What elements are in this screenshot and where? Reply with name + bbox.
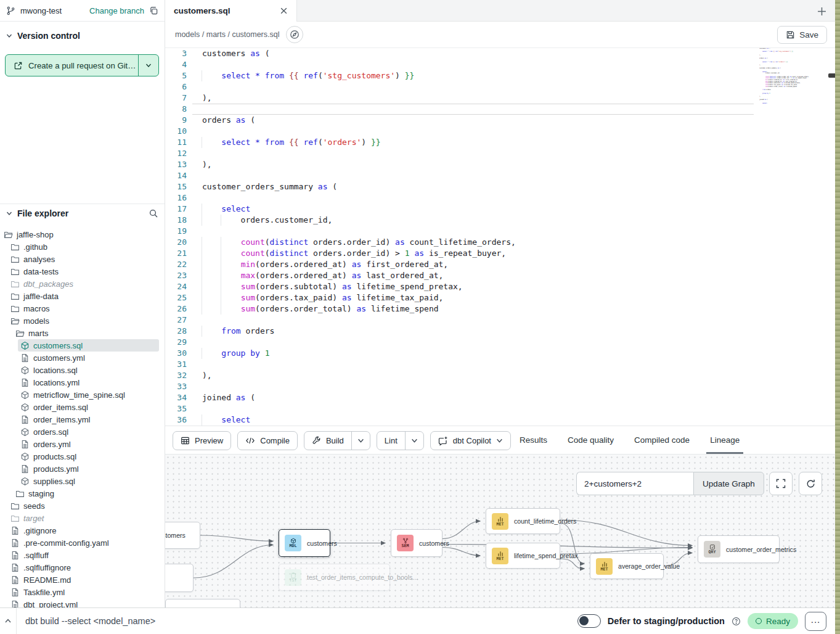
- code-line-14[interactable]: 14: [165, 170, 840, 181]
- tree-item--sqlfluff[interactable]: .sqlfluff: [0, 549, 165, 561]
- code-line-11[interactable]: 11 select * from {{ ref('orders') }}: [165, 137, 840, 148]
- code-line-7[interactable]: 7),: [165, 93, 840, 104]
- code-line-28[interactable]: 28 from orders: [165, 326, 840, 337]
- tree-item-customers-sql[interactable]: customers.sql: [0, 339, 165, 352]
- tree-item-marts[interactable]: marts: [0, 327, 165, 339]
- dbt-copilot-button[interactable]: dbt Copilot: [430, 431, 511, 450]
- copy-icon[interactable]: [149, 6, 158, 15]
- create-pr-button[interactable]: Create a pull request on Git…: [5, 54, 159, 76]
- code-line-13[interactable]: 13),: [165, 159, 840, 170]
- search-icon[interactable]: [149, 208, 158, 218]
- code-line-25[interactable]: 25 sum(orders.tax_paid) as lifetime_tax_…: [165, 292, 840, 303]
- tree-item-seeds[interactable]: seeds: [0, 500, 165, 512]
- compile-button[interactable]: Compile: [237, 431, 298, 450]
- lineage-node-stg_customers[interactable]: stg_customers: [165, 522, 200, 549]
- build-button[interactable]: Build: [304, 431, 370, 450]
- code-line-36[interactable]: 36 select: [165, 414, 840, 426]
- tree-item-orders-yml[interactable]: orders.yml: [0, 438, 165, 450]
- code-line-16[interactable]: 16: [165, 192, 840, 204]
- lineage-node-customers_sem[interactable]: SEMcustomers: [391, 529, 442, 557]
- code-line-12[interactable]: 12: [165, 148, 840, 159]
- version-control-header[interactable]: Version control: [0, 28, 165, 43]
- lineage-node-partial_node[interactable]: [165, 599, 240, 607]
- help-icon[interactable]: [732, 617, 741, 626]
- lineage-selector-input[interactable]: [576, 472, 693, 495]
- code-line-15[interactable]: 15customer_orders_summary as (: [165, 181, 840, 192]
- code-line-31[interactable]: 31: [165, 359, 840, 370]
- minimap[interactable]: customers as ( select * from {{ ref('stg…: [759, 48, 817, 122]
- code-line-9[interactable]: 9orders as (: [165, 115, 840, 126]
- tab-compiled-code[interactable]: Compiled code: [634, 426, 690, 454]
- lineage-node-test_node[interactable]: TSTtest_order_items_compute_to_bools...: [279, 564, 390, 591]
- code-line-21[interactable]: 21 count(distinct orders.order_id) > 1 a…: [165, 248, 840, 259]
- tree-item--github[interactable]: .github: [0, 241, 165, 253]
- refresh-button[interactable]: [799, 472, 822, 495]
- tree-item-models[interactable]: models: [0, 315, 165, 327]
- tree-item-data-tests[interactable]: data-tests: [0, 265, 165, 278]
- dropdown-toggle[interactable]: [405, 432, 423, 450]
- code-line-8[interactable]: 8: [165, 104, 840, 115]
- lineage-node-average_order_value[interactable]: METaverage_order_value: [590, 553, 664, 579]
- file-explorer-header[interactable]: File explorer: [0, 204, 165, 222]
- code-line-33[interactable]: 33: [165, 381, 840, 392]
- defer-toggle[interactable]: [577, 614, 601, 628]
- code-line-5[interactable]: 5 select * from {{ ref('stg_customers') …: [165, 70, 840, 81]
- tree-item-products-yml[interactable]: products.yml: [0, 463, 165, 475]
- lineage-node-count_lifetime_orders[interactable]: METcount_lifetime_orders: [486, 508, 560, 534]
- tree-item-target[interactable]: target: [0, 512, 165, 524]
- fullscreen-button[interactable]: [769, 472, 793, 495]
- command-input[interactable]: dbt build --select <model_name>: [25, 616, 155, 626]
- tree-item-locations-yml[interactable]: locations.yml: [0, 376, 165, 389]
- pr-button-dropdown[interactable]: [138, 55, 158, 76]
- code-line-34[interactable]: 34joined as (: [165, 392, 840, 403]
- tree-item-products-sql[interactable]: products.sql: [0, 450, 165, 463]
- dropdown-toggle[interactable]: [351, 432, 370, 450]
- more-options-button[interactable]: ...: [805, 612, 826, 631]
- code-line-30[interactable]: 30 group by 1: [165, 348, 840, 359]
- update-graph-button[interactable]: Update Graph: [693, 472, 764, 495]
- collapse-panel-button[interactable]: [0, 608, 17, 634]
- code-line-29[interactable]: 29: [165, 337, 840, 348]
- code-line-20[interactable]: 20 count(distinct orders.order_id) as co…: [165, 237, 840, 248]
- tree-item-jaffle-shop[interactable]: jaffle-shop: [0, 228, 165, 241]
- lineage-node-customers_mdl[interactable]: MDLcustomers: [279, 529, 330, 557]
- tree-item-supplies-sql[interactable]: supplies.sql: [0, 475, 165, 487]
- tree-item-dbt-project-yml[interactable]: dbt_project.yml: [0, 598, 165, 607]
- code-line-19[interactable]: 19: [165, 226, 840, 237]
- tab-results[interactable]: Results: [520, 426, 547, 454]
- preview-button[interactable]: Preview: [173, 431, 231, 450]
- code-line-35[interactable]: 35: [165, 403, 840, 414]
- tree-item-analyses[interactable]: analyses: [0, 253, 165, 265]
- tree-item-jaffle-data[interactable]: jaffle-data: [0, 290, 165, 302]
- lineage-node-customer_order_metrics[interactable]: QRYcustomer_order_metrics: [698, 535, 780, 563]
- tree-item--pre-commit-config-yaml[interactable]: .pre-commit-config.yaml: [0, 537, 165, 549]
- code-line-23[interactable]: 23 max(orders.ordered_at) as last_ordere…: [165, 270, 840, 281]
- code-line-24[interactable]: 24 sum(orders.subtotal) as lifetime_spen…: [165, 281, 840, 292]
- code-line-3[interactable]: 3customers as (: [165, 48, 840, 59]
- tree-item-order-items-sql[interactable]: order_items.sql: [0, 401, 165, 413]
- tree-item-metricflow-time-spine-sql[interactable]: metricflow_time_spine.sql: [0, 389, 165, 401]
- change-branch-link[interactable]: Change branch: [89, 6, 144, 15]
- tab-code-quality[interactable]: Code quality: [568, 426, 614, 454]
- compass-icon[interactable]: [286, 26, 303, 43]
- code-editor[interactable]: 3customers as (45 select * from {{ ref('…: [165, 48, 840, 426]
- lineage-node-lifetime_spend_pretax[interactable]: METlifetime_spend_pretax: [486, 543, 560, 569]
- code-line-18[interactable]: 18 orders.customer_id,: [165, 215, 840, 226]
- tree-item-staging[interactable]: staging: [0, 487, 165, 500]
- tree-item-customers-yml[interactable]: customers.yml: [0, 352, 165, 364]
- close-icon[interactable]: [280, 7, 288, 15]
- code-line-22[interactable]: 22 min(orders.ordered_at) as first_order…: [165, 259, 840, 270]
- code-line-4[interactable]: 4: [165, 59, 840, 70]
- code-line-17[interactable]: 17 select: [165, 204, 840, 215]
- new-tab-button[interactable]: [814, 4, 829, 19]
- tab-lineage[interactable]: Lineage: [710, 426, 740, 454]
- code-line-27[interactable]: 27: [165, 315, 840, 326]
- tree-item-macros[interactable]: macros: [0, 302, 165, 315]
- save-button[interactable]: Save: [777, 26, 827, 44]
- tree-item-order-items-yml[interactable]: order_items.yml: [0, 413, 165, 426]
- tree-item-taskfile-yml[interactable]: Taskfile.yml: [0, 586, 165, 598]
- code-line-32[interactable]: 32),: [165, 370, 840, 381]
- code-line-6[interactable]: 6: [165, 81, 840, 93]
- tree-item-readme-md[interactable]: README.md: [0, 574, 165, 586]
- lineage-node-orders[interactable]: orders: [165, 564, 194, 592]
